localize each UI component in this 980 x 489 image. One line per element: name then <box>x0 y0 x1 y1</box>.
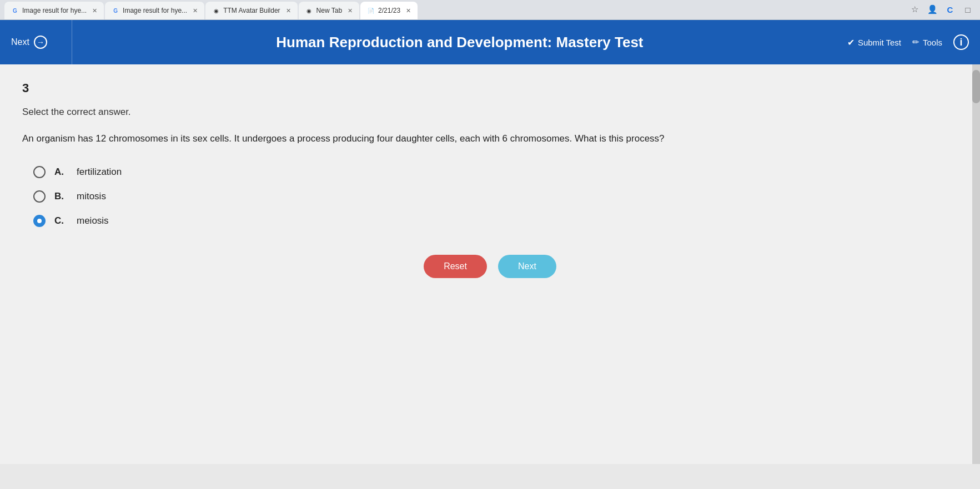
tab-4[interactable]: ◉ New Tab ✕ <box>299 2 359 19</box>
submit-test-button[interactable]: ✔ Submit Test <box>847 37 901 48</box>
info-button[interactable]: i <box>953 34 969 50</box>
tab-5-label: 2/21/23 <box>378 7 400 14</box>
option-a-text: fertilization <box>77 167 122 178</box>
option-b-text: mitosis <box>77 191 106 202</box>
tab-5-close[interactable]: ✕ <box>406 7 411 14</box>
star-btn[interactable]: ☆ <box>907 2 922 17</box>
tab-2[interactable]: G Image result for hye... ✕ <box>105 2 204 19</box>
tab-3-label: TTM Avatar Builder <box>223 7 280 14</box>
next-header-label: Next <box>11 37 29 47</box>
content-area: 3 Select the correct answer. An organism… <box>0 64 980 464</box>
next-header-button[interactable]: Next → <box>0 20 72 64</box>
option-c[interactable]: C. meiosis <box>33 215 958 227</box>
question-number: 3 <box>22 81 958 95</box>
next-bottom-button[interactable]: Next <box>498 255 556 278</box>
question-instruction: Select the correct answer. <box>22 107 958 118</box>
page-title: Human Reproduction and Development: Mast… <box>72 34 847 51</box>
radio-c[interactable] <box>33 215 46 227</box>
app-header: Next → Human Reproduction and Developmen… <box>0 20 980 64</box>
radio-b[interactable] <box>33 190 46 203</box>
submit-check-icon: ✔ <box>847 37 855 48</box>
tab-1-label: Image result for hye... <box>22 7 87 14</box>
tab-2-icon: G <box>112 7 119 14</box>
tools-button[interactable]: ✏ Tools <box>912 37 942 47</box>
radio-a[interactable] <box>33 166 46 178</box>
header-actions: ✔ Submit Test ✏ Tools i <box>847 34 980 50</box>
tab-1[interactable]: G Image result for hye... ✕ <box>4 2 104 19</box>
option-b-label: B. <box>54 191 68 202</box>
profile-btn[interactable]: 👤 <box>924 2 940 17</box>
next-arrow-icon: → <box>34 36 47 49</box>
option-a[interactable]: A. fertilization <box>33 166 958 178</box>
tab-2-close[interactable]: ✕ <box>193 7 198 14</box>
tab-1-close[interactable]: ✕ <box>92 7 97 14</box>
tools-label: Tools <box>923 38 942 47</box>
tab-3-close[interactable]: ✕ <box>286 7 291 14</box>
tab-4-label: New Tab <box>316 7 342 14</box>
reset-button[interactable]: Reset <box>424 255 487 278</box>
browser-tabs: G Image result for hye... ✕ G Image resu… <box>0 0 980 20</box>
chrome-c-btn[interactable]: C <box>942 2 958 17</box>
tab-1-icon: G <box>11 7 19 14</box>
tab-3-icon: ◉ <box>212 7 220 14</box>
option-a-label: A. <box>54 167 68 178</box>
question-text: An organism has 12 chromosomes in its se… <box>22 131 688 146</box>
tab-5-icon: 📄 <box>367 7 375 14</box>
tab-3[interactable]: ◉ TTM Avatar Builder ✕ <box>205 2 297 19</box>
option-c-label: C. <box>54 215 68 226</box>
tab-4-close[interactable]: ✕ <box>348 7 353 14</box>
tab-5[interactable]: 📄 2/21/23 ✕ <box>360 2 418 19</box>
scrollbar-track[interactable] <box>972 64 980 464</box>
scrollbar-thumb[interactable] <box>972 70 980 103</box>
answer-options: A. fertilization B. mitosis C. meiosis <box>22 166 958 227</box>
tab-2-label: Image result for hye... <box>123 7 187 14</box>
option-b[interactable]: B. mitosis <box>33 190 958 203</box>
option-c-text: meiosis <box>77 215 109 226</box>
submit-test-label: Submit Test <box>858 38 901 47</box>
info-icon: i <box>959 37 962 48</box>
bottom-buttons: Reset Next <box>22 255 958 278</box>
restore-btn[interactable]: □ <box>960 2 976 17</box>
tab-4-icon: ◉ <box>305 7 313 14</box>
tools-pencil-icon: ✏ <box>912 37 919 47</box>
